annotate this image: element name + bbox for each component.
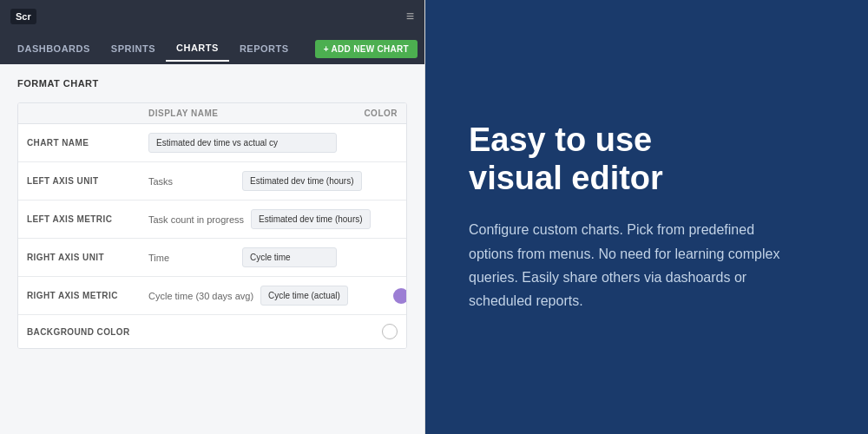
- row-label: RIGHT AXIS UNIT: [27, 253, 140, 262]
- row-middle: Time Cycle time: [140, 247, 337, 267]
- right-axis-metric-input[interactable]: Cycle time (actual): [260, 286, 348, 306]
- row-middle: Cycle time (30 days avg) Cycle time (act…: [140, 286, 348, 306]
- row-sublabel: Time: [148, 253, 235, 263]
- col-header-color: COLOR: [337, 108, 398, 118]
- top-bar: Scr ≡: [0, 0, 424, 33]
- row-label: LEFT AXIS METRIC: [27, 214, 140, 224]
- table-row: LEFT AXIS UNIT Tasks Estimated dev time …: [18, 162, 406, 201]
- table-row: CHART NAME Estimated dev time vs actual …: [18, 124, 406, 162]
- row-label: CHART NAME: [27, 138, 140, 148]
- right-title-text: Easy to use visual editor: [469, 122, 663, 196]
- row-label: BACKGROUND COLOR: [27, 327, 140, 337]
- col-header-empty: [27, 108, 140, 118]
- table-row: RIGHT AXIS METRIC Cycle time (30 days av…: [18, 277, 406, 315]
- row-sublabel: Task count in progress: [148, 214, 244, 225]
- nav-item-charts[interactable]: CHARTS: [166, 36, 229, 62]
- table-row: BACKGROUND COLOR: [18, 315, 406, 348]
- row-label: RIGHT AXIS METRIC: [27, 291, 140, 300]
- right-title: Easy to use visual editor: [469, 122, 825, 197]
- chart-content: FORMAT CHART DISPLAY NAME COLOR CHART NA…: [0, 64, 424, 434]
- row-color[interactable]: [348, 288, 407, 304]
- row-middle: Task count in progress Estimated dev tim…: [140, 209, 371, 229]
- right-panel: Easy to use visual editor Configure cust…: [425, 0, 868, 434]
- left-axis-unit-input[interactable]: Estimated dev time (hours): [242, 171, 362, 191]
- right-description: Configure custom charts. Pick from prede…: [469, 218, 799, 312]
- table-header: DISPLAY NAME COLOR: [18, 103, 406, 124]
- row-color[interactable]: [337, 324, 398, 339]
- chart-name-input[interactable]: Estimated dev time vs actual cy: [148, 133, 337, 153]
- row-sublabel: Tasks: [148, 176, 235, 187]
- color-picker-empty[interactable]: [382, 324, 398, 339]
- left-axis-metric-input[interactable]: Estimated dev time (hours): [251, 209, 371, 229]
- row-label: LEFT AXIS UNIT: [27, 176, 140, 186]
- section-title: FORMAT CHART: [17, 78, 407, 89]
- nav-bar: DASHBOARDS SPRINTS CHARTS REPORTS + ADD …: [0, 33, 424, 64]
- table-row: RIGHT AXIS UNIT Time Cycle time: [18, 239, 406, 277]
- nav-item-sprints[interactable]: SPRINTS: [101, 36, 166, 61]
- add-chart-button[interactable]: + ADD NEW CHART: [315, 40, 418, 58]
- chart-table: DISPLAY NAME COLOR CHART NAME Estimated …: [17, 102, 407, 349]
- row-sublabel: Cycle time (30 days avg): [148, 291, 253, 301]
- col-header-display-name: DISPLAY NAME: [140, 108, 337, 118]
- row-middle: Tasks Estimated dev time (hours): [140, 171, 362, 191]
- right-axis-unit-input[interactable]: Cycle time: [242, 247, 337, 267]
- left-panel: Scr ≡ DASHBOARDS SPRINTS CHARTS REPORTS …: [0, 0, 425, 434]
- hamburger-icon[interactable]: ≡: [406, 9, 414, 24]
- nav-item-reports[interactable]: REPORTS: [229, 36, 299, 61]
- row-color[interactable]: [371, 212, 407, 227]
- nav-item-dashboards[interactable]: DASHBOARDS: [7, 36, 101, 61]
- table-row: LEFT AXIS METRIC Task count in progress …: [18, 201, 406, 239]
- row-middle: Estimated dev time vs actual cy: [140, 133, 337, 153]
- app-logo: Scr: [10, 9, 36, 24]
- color-picker-purple[interactable]: [393, 288, 407, 304]
